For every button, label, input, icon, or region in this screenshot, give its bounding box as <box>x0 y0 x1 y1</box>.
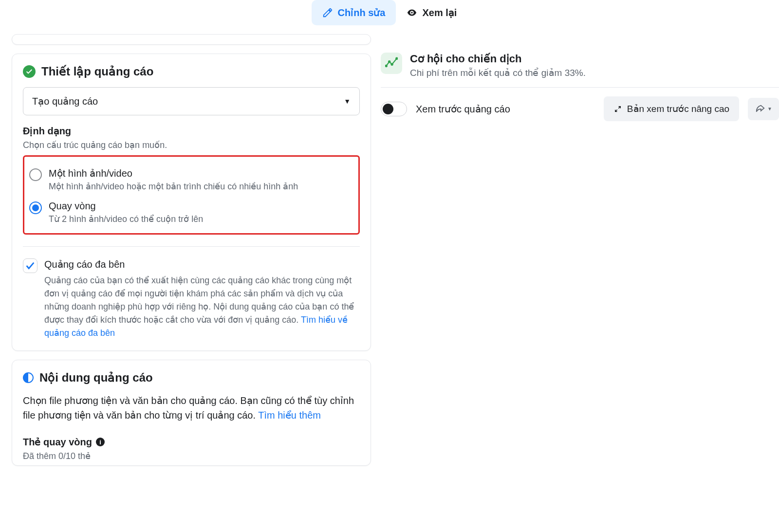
ad-content-card: Nội dung quảng cáo Chọn file phương tiện… <box>12 360 371 466</box>
advanced-preview-label: Bản xem trước nâng cao <box>627 103 729 114</box>
ad-preview-row: Xem trước quảng cáo Bản xem trước nâng c… <box>381 96 779 121</box>
format-single-desc: Một hình ảnh/video hoặc một bản trình ch… <box>49 181 298 192</box>
radio-unchecked <box>29 168 42 181</box>
eye-icon <box>407 7 417 18</box>
multi-advertiser-checkbox[interactable] <box>23 258 37 273</box>
chevron-down-icon: ▼ <box>767 106 772 111</box>
share-button[interactable]: ▼ <box>748 98 779 120</box>
format-options-box: Một hình ảnh/video Một hình ảnh/video ho… <box>23 155 360 235</box>
top-tabs: Chỉnh sửa Xem lại <box>0 0 779 29</box>
right-column: Cơ hội cho chiến dịch Chi phí trên mỗi k… <box>381 49 779 121</box>
multi-advertiser-row: Quảng cáo đa bên Quảng cáo của bạn có th… <box>23 258 360 340</box>
opportunity-desc: Chi phí trên mỗi kết quả có thể giảm 33%… <box>410 67 586 78</box>
format-option-carousel[interactable]: Quay vòng Từ 2 hình ảnh/video có thể cuộ… <box>29 201 353 224</box>
svg-point-3 <box>396 58 397 59</box>
chevron-down-icon: ▼ <box>344 97 351 105</box>
carousel-card-label: Thẻ quay vòng i <box>23 436 360 448</box>
ad-content-title: Nội dung quảng cáo <box>39 371 153 385</box>
expand-icon <box>613 105 622 113</box>
format-desc: Chọn cấu trúc quảng cáo bạn muốn. <box>23 140 360 150</box>
ad-setup-card: Thiết lập quảng cáo Tạo quảng cáo ▼ Định… <box>12 54 371 351</box>
format-carousel-desc: Từ 2 hình ảnh/video có thể cuộn trở lên <box>49 214 203 224</box>
preview-label: Xem trước quảng cáo <box>416 103 595 115</box>
opportunity-icon <box>381 53 402 74</box>
pencil-icon <box>322 7 333 18</box>
preview-toggle[interactable] <box>381 102 407 116</box>
share-icon <box>755 104 765 114</box>
tab-edit[interactable]: Chỉnh sửa <box>312 0 396 25</box>
check-icon <box>25 260 36 271</box>
radio-checked <box>29 202 42 214</box>
tab-review[interactable]: Xem lại <box>396 0 467 25</box>
multi-advertiser-title: Quảng cáo đa bên <box>44 258 360 270</box>
svg-point-2 <box>391 64 392 65</box>
multi-advertiser-desc: Quảng cáo của bạn có thể xuất hiện cùng … <box>44 274 360 340</box>
format-single-title: Một hình ảnh/video <box>49 167 298 179</box>
format-carousel-title: Quay vòng <box>49 201 203 212</box>
format-option-single[interactable]: Một hình ảnh/video Một hình ảnh/video ho… <box>29 167 353 192</box>
ad-content-body: Chọn file phương tiện và văn bản cho quả… <box>23 393 360 422</box>
ad-type-dropdown-label: Tạo quảng cáo <box>32 95 98 107</box>
tab-review-label: Xem lại <box>422 7 457 18</box>
half-circle-icon <box>23 372 34 383</box>
advanced-preview-button[interactable]: Bản xem trước nâng cao <box>604 96 739 121</box>
campaign-opportunity[interactable]: Cơ hội cho chiến dịch Chi phí trên mỗi k… <box>381 49 779 88</box>
opportunity-title: Cơ hội cho chiến dịch <box>410 53 586 65</box>
info-icon[interactable]: i <box>96 438 105 446</box>
svg-point-1 <box>389 61 390 62</box>
svg-point-0 <box>386 65 387 67</box>
divider <box>23 246 360 247</box>
ad-type-dropdown[interactable]: Tạo quảng cáo ▼ <box>23 87 360 115</box>
check-circle-icon <box>23 65 36 78</box>
format-label: Định dạng <box>23 125 360 137</box>
left-column: Thiết lập quảng cáo Tạo quảng cáo ▼ Định… <box>12 34 371 475</box>
ad-content-link[interactable]: Tìm hiểu thêm <box>258 410 321 421</box>
carousel-card-count: Đã thêm 0/10 thẻ <box>23 451 360 461</box>
ad-setup-title: Thiết lập quảng cáo <box>41 65 153 78</box>
tab-edit-label: Chỉnh sửa <box>338 7 386 18</box>
prev-card-slice <box>12 34 371 45</box>
